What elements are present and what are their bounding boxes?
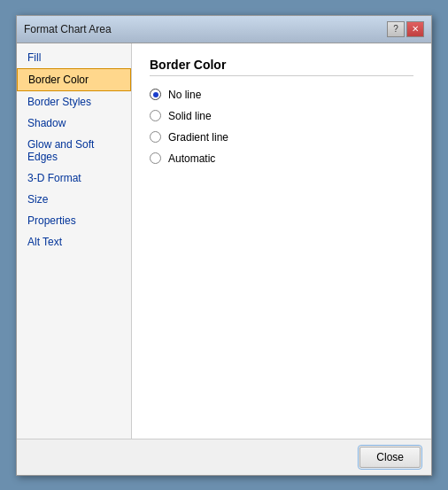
radio-label-solid-line: Solid line	[168, 110, 212, 122]
radio-automatic[interactable]: Automatic	[150, 152, 413, 165]
help-button[interactable]: ?	[387, 21, 405, 37]
sidebar: Fill Border Color Border Styles Shadow G…	[17, 43, 132, 439]
radio-circle-gradient-line	[150, 131, 161, 143]
content-area: Border Color No line Solid line Gradient…	[132, 43, 431, 439]
sidebar-item-alt-text[interactable]: Alt Text	[17, 231, 131, 253]
content-title: Border Color	[150, 58, 413, 76]
radio-gradient-line[interactable]: Gradient line	[150, 131, 413, 144]
radio-solid-line[interactable]: Solid line	[150, 110, 413, 122]
radio-label-automatic: Automatic	[168, 152, 215, 165]
sidebar-item-glow-soft-edges[interactable]: Glow and Soft Edges	[17, 134, 131, 167]
radio-circle-no-line	[150, 89, 161, 100]
dialog-body: Fill Border Color Border Styles Shadow G…	[17, 43, 431, 439]
sidebar-item-properties[interactable]: Properties	[17, 210, 131, 231]
title-bar: Format Chart Area ? ✕	[17, 16, 431, 43]
dialog-title: Format Chart Area	[24, 23, 112, 35]
sidebar-item-border-styles[interactable]: Border Styles	[17, 91, 131, 113]
radio-circle-automatic	[150, 152, 161, 164]
radio-label-no-line: No line	[168, 89, 201, 101]
sidebar-item-shadow[interactable]: Shadow	[17, 113, 131, 134]
radio-circle-solid-line	[150, 110, 161, 121]
sidebar-item-border-color[interactable]: Border Color	[17, 68, 131, 91]
border-color-options: No line Solid line Gradient line Automat…	[150, 89, 413, 165]
title-bar-left: Format Chart Area	[24, 23, 112, 35]
dialog-footer: Close	[17, 439, 431, 475]
title-bar-buttons: ? ✕	[387, 21, 424, 37]
close-button[interactable]: Close	[359, 447, 421, 468]
radio-label-gradient-line: Gradient line	[168, 131, 228, 144]
format-chart-area-dialog: Format Chart Area ? ✕ Fill Border Color …	[16, 15, 432, 476]
sidebar-item-fill[interactable]: Fill	[17, 47, 131, 68]
sidebar-item-3d-format[interactable]: 3-D Format	[17, 167, 131, 189]
radio-no-line[interactable]: No line	[150, 89, 413, 101]
sidebar-item-size[interactable]: Size	[17, 189, 131, 210]
window-close-button[interactable]: ✕	[406, 21, 424, 37]
